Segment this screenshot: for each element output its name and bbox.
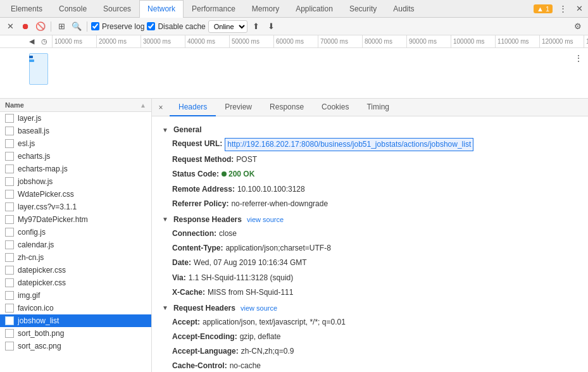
file-item-name: img.gif	[18, 291, 40, 300]
file-icon	[5, 177, 14, 186]
file-item-name: layer.css?v=3.1.1	[18, 202, 77, 211]
tab-elements[interactable]: Elements	[3, 0, 51, 18]
search-button[interactable]: 🔍	[70, 20, 83, 33]
file-item[interactable]: datepicker.css	[0, 276, 151, 289]
tab-performance[interactable]: Performance	[184, 0, 244, 18]
preserve-log-checkbox[interactable]	[91, 22, 99, 30]
timeline-clock-btn[interactable]: ◷	[39, 37, 49, 47]
more-options-button[interactable]: ⋮	[556, 3, 569, 15]
file-item-name: My97DatePicker.htm	[18, 215, 88, 224]
settings-button[interactable]: ⚙	[572, 20, 584, 33]
tab-preview[interactable]: Preview	[216, 99, 261, 116]
request-headers-arrow: ▼	[162, 304, 168, 311]
file-icon	[5, 215, 14, 224]
tab-network[interactable]: Network	[139, 0, 184, 18]
file-item[interactable]: echarts.js	[0, 150, 151, 163]
throttle-select[interactable]: Online	[208, 20, 247, 33]
file-icon	[5, 278, 14, 287]
disable-cache-checkbox[interactable]	[147, 22, 155, 30]
file-icon	[5, 164, 14, 173]
resp-header-name: Date:	[172, 257, 191, 269]
file-item[interactable]: img.gif	[0, 289, 151, 302]
response-headers-view-source[interactable]: view source	[247, 216, 284, 223]
request-method-row: Request Method: POST	[162, 152, 578, 167]
preserve-log-label[interactable]: Preserve log	[91, 22, 144, 31]
resp-header-value: MISS from SH-Squid-111	[208, 287, 293, 299]
file-item[interactable]: sort_both.png	[0, 327, 151, 340]
clear-button[interactable]: 🚫	[34, 20, 47, 33]
file-item[interactable]: zh-cn.js	[0, 251, 151, 264]
timeline-ruler: ◀ ◷ 10000 ms 20000 ms 30000 ms 40000 ms …	[0, 35, 588, 48]
import-button[interactable]: ⬆	[250, 20, 263, 33]
timeline-left-btn[interactable]: ◀	[27, 37, 37, 47]
detail-close-button[interactable]: ×	[154, 101, 167, 114]
resp-header-value: 1.1 SH-Squid-111:3128 (squid)	[189, 272, 293, 284]
file-list-pane: Name ▲ layer.jsbaseall.jsesl.jsecharts.j…	[0, 99, 152, 372]
req-header-name: Accept-Language:	[172, 345, 239, 357]
resp-header-name: Content-Type:	[172, 242, 223, 254]
disable-cache-label[interactable]: Disable cache	[147, 22, 205, 31]
network-toolbar: ✕ ⏺ 🚫 ⊞ 🔍 Preserve log Disable cache Onl…	[0, 18, 588, 35]
warning-badge[interactable]: ▲ 1	[534, 4, 553, 13]
file-item[interactable]: favicon.ico	[0, 302, 151, 314]
separator-1	[51, 22, 51, 32]
export-button[interactable]: ⬇	[265, 20, 278, 33]
file-item[interactable]: layer.css?v=3.1.1	[0, 201, 151, 213]
tab-application[interactable]: Application	[287, 0, 341, 18]
waterfall-more-btn[interactable]: ⋮	[574, 53, 583, 63]
close-devtools-button[interactable]: ✕	[573, 3, 585, 15]
remote-address-label: Remote Address:	[172, 183, 235, 195]
general-arrow: ▼	[162, 127, 168, 133]
main-area: Name ▲ layer.jsbaseall.jsesl.jsecharts.j…	[0, 99, 588, 372]
ruler-tick-0: 10000 ms	[52, 35, 96, 47]
file-item[interactable]: datepicker.css	[0, 264, 151, 276]
file-item-name: layer.js	[18, 114, 41, 123]
file-icon	[5, 291, 14, 300]
file-item[interactable]: jobshow_list	[0, 314, 151, 327]
filter-button[interactable]: ⊞	[55, 20, 68, 33]
request-headers-title: Request Headers	[173, 304, 235, 313]
file-item[interactable]: layer.js	[0, 112, 151, 125]
tab-audits[interactable]: Audits	[385, 0, 422, 18]
file-list-name-col: Name	[5, 101, 24, 109]
file-item[interactable]: esl.js	[0, 137, 151, 150]
tab-response[interactable]: Response	[261, 99, 313, 116]
tab-headers[interactable]: Headers	[170, 99, 216, 116]
file-item[interactable]: baseall.js	[0, 125, 151, 137]
file-icon	[5, 316, 14, 325]
file-icon	[5, 139, 14, 148]
resp-header-name: X-Cache:	[172, 287, 205, 299]
referrer-policy-label: Referrer Policy:	[172, 198, 228, 210]
request-url-value[interactable]: http://192.168.202.17:8080/business/job5…	[225, 138, 473, 151]
tab-console[interactable]: Console	[51, 0, 95, 18]
tab-memory[interactable]: Memory	[244, 0, 287, 18]
file-item[interactable]: calendar.js	[0, 239, 151, 251]
tab-security[interactable]: Security	[341, 0, 385, 18]
waterfall-bar-2	[29, 59, 34, 62]
file-list-scroll[interactable]: layer.jsbaseall.jsesl.jsecharts.jsechart…	[0, 112, 151, 372]
file-item[interactable]: echarts-map.js	[0, 163, 151, 175]
file-icon	[5, 114, 14, 123]
ruler-tick-5: 60000 ms	[273, 35, 318, 47]
file-item-name: config.js	[18, 228, 46, 237]
request-headers-view-source[interactable]: view source	[241, 304, 277, 312]
resp-header-value: Wed, 07 Aug 2019 10:16:34 GMT	[194, 257, 307, 269]
file-item[interactable]: My97DatePicker.htm	[0, 213, 151, 226]
req-header-value: application/json, text/javascript, */*; …	[203, 316, 346, 328]
file-item[interactable]: sort_asc.png	[0, 340, 151, 352]
tab-sources[interactable]: Sources	[95, 0, 139, 18]
request-header-row: Accept-Language:zh-CN,zh;q=0.9	[162, 344, 578, 359]
response-header-row: Via:1.1 SH-Squid-111:3128 (squid)	[162, 271, 578, 285]
record-button[interactable]: ⏺	[19, 20, 32, 33]
file-item[interactable]: WdatePicker.css	[0, 188, 151, 201]
remote-address-row: Remote Address: 10.100.10.100:3128	[162, 182, 578, 197]
tab-timing[interactable]: Timing	[358, 99, 398, 116]
file-icon	[5, 190, 14, 199]
file-icon	[5, 127, 14, 135]
close-button[interactable]: ✕	[4, 20, 16, 33]
file-item[interactable]: config.js	[0, 226, 151, 239]
tab-cookies[interactable]: Cookies	[313, 99, 358, 116]
status-code-value: 200 OK	[222, 168, 254, 180]
file-item[interactable]: jobshow.js	[0, 175, 151, 188]
req-header-value: gzip, deflate	[240, 331, 281, 343]
